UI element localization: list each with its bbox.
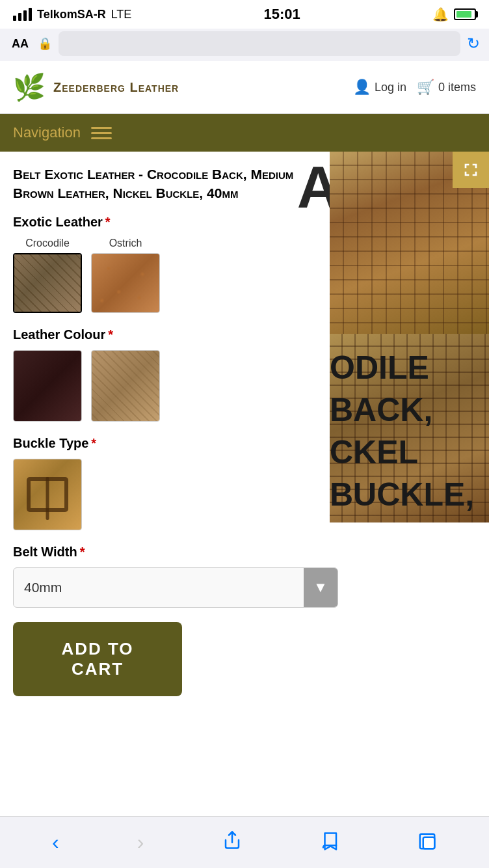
buckle-type-section: Buckle Type* (13, 436, 345, 530)
status-bar: TelkomSA-R LTE 15:01 🔔 (0, 0, 489, 29)
exotic-leather-label: Exotic Leather* (13, 215, 345, 230)
buckle-option-nickel[interactable] (13, 459, 82, 530)
signal-icon (13, 8, 32, 21)
leather-colour-label: Leather Colour* (13, 327, 345, 342)
nav-bar[interactable]: Navigation (0, 114, 489, 152)
ostrich-label: Ostrich (109, 237, 142, 249)
cart-icon: 🛒 (417, 79, 434, 96)
ostrich-swatch[interactable] (91, 253, 160, 313)
belt-width-dropdown[interactable]: 40mm ▼ (13, 567, 338, 608)
leather-colour-section: Leather Colour* (13, 327, 345, 422)
alarm-icon: 🔔 (432, 7, 449, 22)
crocodile-label: Crocodile (25, 237, 70, 249)
cart-count: 0 items (438, 81, 476, 94)
colour-option-dark[interactable] (13, 350, 82, 422)
status-left: TelkomSA-R LTE (13, 8, 131, 21)
logo-text: Zeederberg Leather (53, 80, 179, 95)
required-marker: * (105, 215, 111, 229)
product-title: Belt Exotic Leather - Crocodile Back, Me… (13, 165, 332, 203)
carrier-text: TelkomSA-R (37, 8, 106, 21)
aa-button[interactable]: AA (9, 34, 31, 53)
browser-chrome: AA 🔒 ↻ (0, 29, 489, 61)
product-image-bottom: ODILE BACK, CKEL BUCKLE, (330, 334, 489, 522)
network-text: LTE (111, 8, 132, 21)
add-to-cart-button[interactable]: ADD TO CART (13, 622, 182, 696)
status-time: 15:01 (264, 6, 300, 23)
colour-options-row (13, 350, 345, 422)
required-marker-4: * (80, 545, 85, 559)
leather-options-row: Crocodile Ostrich (13, 237, 345, 313)
logo-icon: 🌿 (13, 70, 47, 104)
required-marker-2: * (108, 327, 113, 342)
leather-option-crocodile[interactable]: Crocodile (13, 237, 82, 313)
required-marker-3: * (91, 436, 96, 450)
url-bar[interactable] (59, 31, 460, 56)
svg-text:🌿: 🌿 (13, 72, 46, 103)
crocodile-swatch[interactable] (13, 253, 82, 313)
lock-icon: 🔒 (38, 36, 52, 51)
status-right: 🔔 (432, 7, 476, 22)
navigation-label: Navigation (13, 124, 81, 141)
medium-brown-swatch[interactable] (91, 350, 160, 422)
leather-option-ostrich[interactable]: Ostrich (91, 237, 160, 313)
exotic-leather-section: Exotic Leather* Crocodile Ostrich (13, 215, 345, 313)
expand-icon (460, 159, 481, 180)
hamburger-icon[interactable] (91, 127, 112, 139)
buckle-type-label: Buckle Type* (13, 436, 345, 451)
product-images: ODILE BACK, CKEL BUCKLE, (330, 152, 489, 522)
colour-option-medium[interactable] (91, 350, 160, 422)
login-button[interactable]: 👤 Log in (353, 79, 406, 96)
belt-width-label: Belt Width* (13, 545, 345, 560)
logo-area[interactable]: 🌿 Zeederberg Leather (13, 70, 353, 104)
dropdown-arrow-icon[interactable]: ▼ (304, 567, 337, 608)
left-panel: Belt Exotic Leather - Crocodile Back, Me… (0, 152, 489, 709)
bg-text-overlay-2: ODILE BACK, CKEL BUCKLE, (330, 347, 489, 516)
reload-button[interactable]: ↻ (467, 34, 480, 53)
dark-brown-swatch[interactable] (13, 350, 82, 422)
belt-width-section: Belt Width* 40mm ▼ (13, 545, 345, 608)
buckle-swatch[interactable] (13, 459, 82, 530)
product-content: ATHER Belt Exotic Leather - Crocodile Ba… (0, 152, 489, 709)
login-label: Log in (375, 81, 406, 94)
battery-icon (454, 8, 476, 20)
header-actions: 👤 Log in 🛒 0 items (353, 79, 476, 96)
buckle-options-row (13, 459, 345, 530)
expand-button[interactable] (453, 152, 489, 188)
user-icon: 👤 (353, 79, 371, 96)
cart-button[interactable]: 🛒 0 items (417, 79, 476, 96)
site-header: 🌿 Zeederberg Leather 👤 Log in 🛒 0 items (0, 61, 489, 114)
belt-width-value: 40mm (14, 580, 304, 595)
